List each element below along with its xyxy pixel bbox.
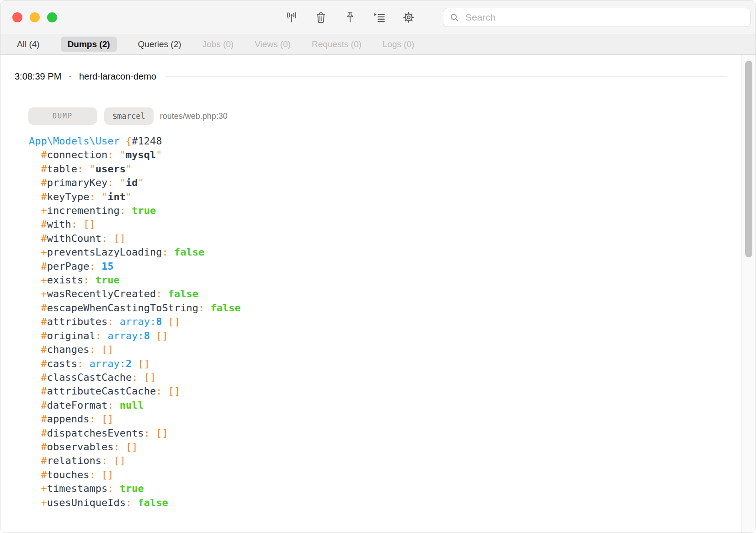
tab-views[interactable]: Views (0) xyxy=(255,39,291,49)
scrollbar-track[interactable] xyxy=(741,55,756,533)
dump-token-sym: : xyxy=(107,316,113,327)
search-icon xyxy=(449,12,460,23)
dump-token-name: withCount xyxy=(47,233,101,244)
app-window: All (4)Dumps (2)Queries (2)Jobs (0)Views… xyxy=(0,0,756,533)
trash-icon[interactable] xyxy=(314,11,328,24)
dump-token-num: 2 xyxy=(126,358,132,369)
dump-token-name: timestamps xyxy=(47,483,107,494)
settings-icon[interactable] xyxy=(402,11,415,24)
dump-token-plain xyxy=(138,372,144,383)
dump-token-sym: # xyxy=(41,469,47,480)
dump-line: +timestamps: true xyxy=(29,482,756,496)
dump-token-name: with xyxy=(47,219,71,230)
dump-token-note: array: xyxy=(120,316,156,327)
dump-token-plain xyxy=(120,135,126,147)
dump-line: #keyType: "int" xyxy=(29,190,756,204)
dump-token-plain xyxy=(107,233,113,244)
dump-token-sym: : xyxy=(126,497,132,508)
dump-token-name: usesUniqueIds xyxy=(47,497,126,508)
entry-separator: - xyxy=(69,71,72,82)
dump-line: #dateFormat: null xyxy=(29,399,756,412)
dump-type-badge: DUMP xyxy=(28,107,97,125)
dump-line: #casts: array:2 [] xyxy=(29,357,756,371)
dump-token-sym: : xyxy=(132,372,138,383)
dump-token-name: classCastCache xyxy=(47,372,132,383)
dump-token-str: users xyxy=(96,163,126,175)
dump-line: #original: array:8 [] xyxy=(29,329,756,343)
dump-token-plain xyxy=(150,330,156,341)
dump-line: +wasRecentlyCreated: false xyxy=(29,287,756,301)
dump-token-plain xyxy=(150,427,156,439)
dump-token-sym: : xyxy=(107,483,113,494)
tab-jobs[interactable]: Jobs (0) xyxy=(202,39,234,49)
tab-requests[interactable]: Requests (0) xyxy=(312,39,362,49)
dump-token-sym: : xyxy=(144,427,150,439)
dump-token-sym: # xyxy=(41,302,47,314)
dump-line: +preventsLazyLoading: false xyxy=(29,245,756,259)
dump-token-name: dispatchesEvents xyxy=(47,427,144,439)
dump-line: #dispatchesEvents: [] xyxy=(29,426,756,440)
dump-token-name: primaryKey xyxy=(47,177,107,188)
dump-token-sym: # xyxy=(41,219,47,230)
dump-token-sym: [] xyxy=(168,385,181,397)
dump-token-plain xyxy=(29,149,41,160)
zoom-button[interactable] xyxy=(47,12,57,22)
source-location: routes/web.php:30 xyxy=(160,112,228,121)
dump-token-name: incrementing xyxy=(47,205,120,216)
dump-token-sym: # xyxy=(41,441,47,453)
minimize-button[interactable] xyxy=(30,12,40,22)
dump-token-plain xyxy=(162,288,168,299)
tab-dumps[interactable]: Dumps (2) xyxy=(61,37,117,52)
dump-token-plain xyxy=(29,469,41,480)
variable-name-badge: $marcel xyxy=(104,107,154,125)
tab-queries[interactable]: Queries (2) xyxy=(138,39,181,49)
badges-row: DUMP $marcel routes/web.php:30 xyxy=(28,107,756,125)
dump-token-str: int xyxy=(107,191,126,203)
dump-token-plain xyxy=(29,274,41,286)
dump-token-q: " xyxy=(138,177,144,188)
dump-token-sym: : xyxy=(198,302,204,314)
dump-token-sym: + xyxy=(41,274,47,286)
dump-token-sym: [] xyxy=(101,469,114,480)
dump-line: +exists: true xyxy=(29,273,756,287)
dump-token-name: casts xyxy=(47,358,77,369)
dump-token-plain xyxy=(29,483,41,494)
dump-token-sym: + xyxy=(41,246,47,258)
broadcast-icon[interactable] xyxy=(285,11,298,24)
dump-token-sym: # xyxy=(41,400,47,411)
dump-token-plain xyxy=(96,413,101,425)
toolbar xyxy=(285,0,751,34)
tab-all[interactable]: All (4) xyxy=(17,39,40,49)
dump-line: #with: [] xyxy=(29,218,756,231)
tab-logs[interactable]: Logs (0) xyxy=(383,39,415,49)
dump-token-plain xyxy=(29,400,41,411)
dump-token-sym: : xyxy=(96,330,101,341)
tab-bar: All (4)Dumps (2)Queries (2)Jobs (0)Views… xyxy=(0,34,756,55)
dump-token-plain xyxy=(83,163,89,175)
search-field[interactable] xyxy=(443,8,751,27)
dump-token-sym: : xyxy=(107,177,113,188)
dump-token-plain xyxy=(29,316,41,327)
dump-token-q: " xyxy=(120,177,126,188)
dump-line: #touches: [] xyxy=(29,468,756,482)
dump-token-plain xyxy=(29,233,41,244)
dump-token-sym: : xyxy=(89,261,95,272)
entry-time: 3:08:39 PM xyxy=(15,71,61,82)
dump-token-const: null xyxy=(120,400,144,411)
dump-token-const: false xyxy=(210,302,240,314)
dump-token-sym: [] xyxy=(156,330,168,341)
dump-token-plain xyxy=(29,191,41,203)
dump-token-const: false xyxy=(138,497,168,508)
dump-token-name: appends xyxy=(47,413,90,425)
auto-scroll-icon[interactable] xyxy=(373,11,386,24)
dump-token-name: keyType xyxy=(47,191,90,203)
close-button[interactable] xyxy=(12,12,22,22)
scrollbar-thumb[interactable] xyxy=(745,61,752,257)
dump-token-sym: # xyxy=(41,358,47,369)
pin-icon[interactable] xyxy=(343,11,357,24)
dump-token-plain xyxy=(29,205,41,216)
search-input[interactable] xyxy=(464,11,745,23)
dump-token-plain xyxy=(162,316,168,327)
dump-line: #primaryKey: "id" xyxy=(29,176,756,190)
dump-token-sym: : xyxy=(77,358,83,369)
